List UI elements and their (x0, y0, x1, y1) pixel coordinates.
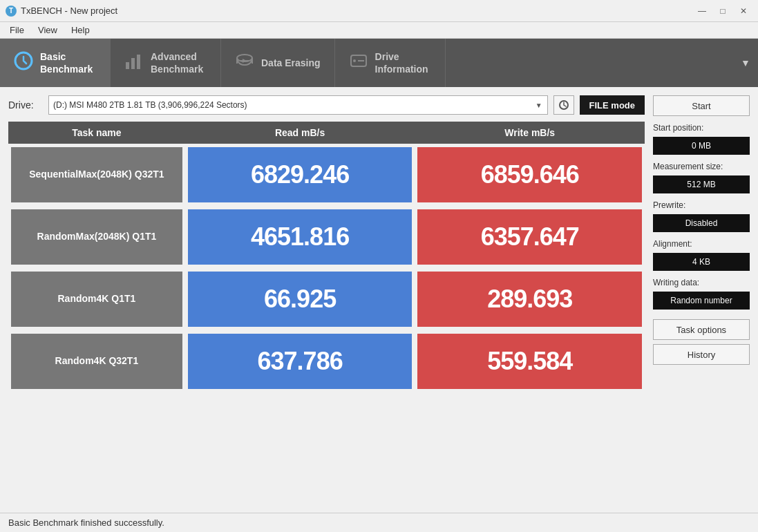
read-value-3: 637.786 (188, 334, 413, 389)
write-cell-1: 6357.647 (415, 206, 645, 268)
write-cell-3: 559.584 (415, 330, 645, 392)
tab-drive-information[interactable]: Drive Information (335, 39, 446, 87)
col-read: Read mB/s (185, 122, 415, 144)
write-cell-0: 6859.646 (415, 144, 645, 206)
window-title: TxBENCH - New project (21, 6, 693, 16)
prewrite-value: Disabled (653, 214, 750, 232)
benchmark-table: Task name Read mB/s Write mB/s Sequentia… (8, 122, 645, 392)
write-value-1: 6357.647 (417, 209, 642, 265)
measurement-size-value: 512 MB (653, 175, 750, 193)
status-message: Basic Benchmark finished successfully. (8, 517, 164, 528)
toolbar: Basic Benchmark Advanced Benchmark (0, 39, 758, 87)
app-icon: T (6, 6, 17, 17)
start-button[interactable]: Start (653, 95, 750, 116)
drive-select-wrapper: (D:) MSI M480 2TB 1.81 TB (3,906,996,224… (48, 95, 548, 115)
maximize-button[interactable]: □ (714, 4, 732, 18)
table-header-row: Task name Read mB/s Write mB/s (8, 122, 645, 144)
basic-benchmark-label: Basic Benchmark (40, 50, 93, 75)
menu-help[interactable]: Help (64, 23, 97, 37)
prewrite-label: Prewrite: (653, 200, 750, 210)
refresh-icon (558, 99, 569, 111)
history-button[interactable]: History (653, 344, 750, 365)
titlebar: T TxBENCH - New project — □ ✕ (0, 0, 758, 22)
read-cell-3: 637.786 (185, 330, 415, 392)
tab-data-erasing[interactable]: Data Erasing (221, 39, 335, 87)
drive-information-icon (349, 51, 368, 75)
write-value-3: 559.584 (417, 334, 642, 389)
start-position-label: Start position: (653, 123, 750, 133)
drive-refresh-button[interactable] (553, 95, 574, 115)
statusbar: Basic Benchmark finished successfully. (0, 513, 758, 532)
writing-data-label: Writing data: (653, 278, 750, 287)
advanced-benchmark-label: Advanced Benchmark (151, 50, 203, 75)
menu-file[interactable]: File (3, 23, 31, 37)
read-value-1: 4651.816 (188, 209, 413, 265)
window-controls: — □ ✕ (693, 4, 752, 18)
menubar: File View Help (0, 22, 758, 39)
svg-rect-1 (126, 62, 129, 69)
drive-selector-row: Drive: (D:) MSI M480 2TB 1.81 TB (3,906,… (8, 95, 645, 115)
task-cell-1: Random Max(2048K) Q1T1 (8, 206, 185, 268)
data-erasing-icon (235, 51, 254, 75)
write-value-2: 289.693 (417, 272, 642, 327)
alignment-value: 4 KB (653, 253, 750, 271)
task-label-3: Random 4K Q32T1 (11, 334, 182, 389)
drive-select[interactable]: (D:) MSI M480 2TB 1.81 TB (3,906,996,224… (48, 95, 548, 115)
drive-information-label: Drive Information (375, 50, 428, 75)
task-cell-2: Random 4K Q1T1 (8, 268, 185, 330)
advanced-benchmark-icon (124, 51, 144, 75)
read-value-0: 6829.246 (188, 147, 413, 202)
write-cell-2: 289.693 (415, 268, 645, 330)
col-write: Write mB/s (415, 122, 645, 144)
read-cell-1: 4651.816 (185, 206, 415, 268)
main-content: Drive: (D:) MSI M480 2TB 1.81 TB (3,906,… (0, 87, 758, 513)
tab-basic-benchmark[interactable]: Basic Benchmark (0, 39, 111, 87)
close-button[interactable]: ✕ (735, 4, 752, 18)
right-panel: Start Start position: 0 MB Measurement s… (653, 95, 750, 504)
table-row: Random 4K Q1T1 66.925 289.693 (8, 268, 645, 330)
task-options-button[interactable]: Task options (653, 319, 750, 340)
table-row: Sequential Max(2048K) Q32T1 6829.246 685… (8, 144, 645, 206)
menu-view[interactable]: View (31, 23, 64, 37)
table-row: Random 4K Q32T1 637.786 559.584 (8, 330, 645, 392)
tab-advanced-benchmark[interactable]: Advanced Benchmark (111, 39, 221, 87)
svg-rect-3 (137, 55, 140, 69)
task-label-0: Sequential Max(2048K) Q32T1 (11, 147, 182, 202)
svg-rect-2 (131, 58, 135, 69)
start-position-value: 0 MB (653, 137, 750, 155)
alignment-label: Alignment: (653, 239, 750, 249)
read-value-2: 66.925 (188, 272, 413, 327)
minimize-button[interactable]: — (693, 4, 711, 18)
read-cell-2: 66.925 (185, 268, 415, 330)
drive-label: Drive: (8, 99, 43, 111)
task-label-2: Random 4K Q1T1 (11, 272, 182, 327)
svg-point-9 (353, 59, 356, 62)
toolbar-dropdown-button[interactable]: ▼ (733, 39, 758, 87)
left-panel: Drive: (D:) MSI M480 2TB 1.81 TB (3,906,… (8, 95, 645, 504)
task-label-1: Random Max(2048K) Q1T1 (11, 209, 182, 265)
measurement-size-label: Measurement size: (653, 162, 750, 171)
task-cell-3: Random 4K Q32T1 (8, 330, 185, 392)
read-cell-0: 6829.246 (185, 144, 415, 206)
data-erasing-label: Data Erasing (261, 57, 321, 69)
table-row: Random Max(2048K) Q1T1 4651.816 6357.647 (8, 206, 645, 268)
col-task-name: Task name (8, 122, 185, 144)
writing-data-value: Random number (653, 292, 750, 310)
task-cell-0: Sequential Max(2048K) Q32T1 (8, 144, 185, 206)
file-mode-button[interactable]: FILE mode (580, 95, 645, 115)
basic-benchmark-icon (14, 51, 33, 75)
write-value-0: 6859.646 (417, 147, 642, 202)
